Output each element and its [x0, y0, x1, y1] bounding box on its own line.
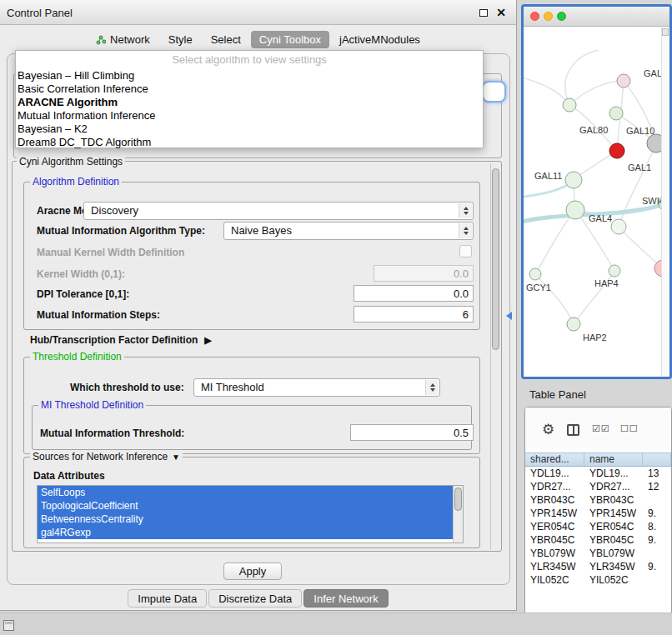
- cell[interactable]: YIL052C: [584, 573, 643, 587]
- tab-cyni-toolbox[interactable]: Cyni Toolbox: [251, 31, 329, 48]
- table-row[interactable]: YDR27...YDR27...12: [525, 480, 671, 493]
- table-row[interactable]: YLR345WYLR345W9.: [525, 560, 671, 573]
- network-node[interactable]: [617, 74, 630, 88]
- network-node[interactable]: [565, 172, 582, 188]
- network-node[interactable]: [611, 219, 626, 234]
- network-node[interactable]: [609, 107, 623, 120]
- settings-scrollbar-thumb[interactable]: [492, 168, 499, 350]
- cell[interactable]: YLR345W: [525, 560, 584, 573]
- network-node-selected[interactable]: [609, 143, 624, 158]
- table-row[interactable]: YPR145WYPR145W9.: [525, 507, 671, 520]
- float-window-icon[interactable]: [479, 9, 488, 17]
- table-row[interactable]: YBR043CYBR043C: [525, 493, 671, 507]
- network-scrollbar-thumb[interactable]: [662, 28, 669, 36]
- table-row[interactable]: YER054CYER054C8.: [525, 520, 671, 533]
- minimize-traffic-light-icon[interactable]: [544, 12, 553, 21]
- column-header[interactable]: [643, 453, 671, 466]
- mi-threshold-input[interactable]: [350, 424, 474, 441]
- network-node[interactable]: [563, 98, 576, 112]
- algorithm-combobox-fragment[interactable]: [482, 81, 506, 102]
- columns-icon[interactable]: [567, 424, 579, 436]
- table-row[interactable]: YDL19...YDL19...13: [525, 467, 671, 480]
- kernel-width-input[interactable]: [374, 265, 474, 282]
- expanded-disclosure-icon[interactable]: ▼: [172, 452, 180, 462]
- deselect-all-checkboxes-icon[interactable]: ☐☐: [620, 423, 639, 434]
- zoom-traffic-light-icon[interactable]: [557, 12, 566, 21]
- cell[interactable]: 12: [643, 480, 671, 493]
- cell[interactable]: YBR043C: [525, 493, 584, 507]
- column-header[interactable]: name: [584, 453, 643, 466]
- cell[interactable]: YBR043C: [584, 493, 643, 507]
- close-icon[interactable]: ✕: [496, 6, 506, 19]
- list-scrollbar-thumb[interactable]: [454, 488, 462, 511]
- gear-icon[interactable]: ⚙: [542, 421, 554, 438]
- tab-discretize-data[interactable]: Discretize Data: [208, 589, 302, 608]
- network-canvas[interactable]: GAL8 GAL80 GAL10 GAL11 GAL1 SWI4 GAL4 GC…: [524, 27, 669, 377]
- cell[interactable]: YBR045C: [525, 533, 584, 547]
- cell[interactable]: [643, 493, 671, 507]
- cell[interactable]: YBL079W: [584, 547, 643, 560]
- table-row[interactable]: YBL079WYBL079W: [525, 547, 671, 560]
- dropdown-item-selected[interactable]: ARACNE Algorithm: [16, 96, 483, 109]
- cell[interactable]: YPR145W: [525, 507, 584, 520]
- cell[interactable]: YDL19...: [584, 467, 643, 480]
- table-row[interactable]: YBR045CYBR045C9.: [525, 533, 671, 547]
- tab-impute-data[interactable]: Impute Data: [128, 589, 207, 608]
- dropdown-item[interactable]: Mutual Information Inference: [16, 109, 483, 122]
- hub-section-toggle[interactable]: Hub/Transcription Factor Definition▶: [30, 334, 212, 346]
- network-node[interactable]: [567, 318, 580, 331]
- mi-algorithm-type-select[interactable]: Naive Bayes: [223, 222, 474, 240]
- network-scrollbar[interactable]: [661, 27, 669, 377]
- list-item[interactable]: gal4RGexp: [38, 526, 454, 539]
- cell[interactable]: YIL052C: [525, 573, 584, 587]
- network-node[interactable]: [609, 265, 620, 277]
- cell[interactable]: YDR27...: [584, 480, 643, 493]
- dropdown-item[interactable]: Dream8 DC_TDC Algorithm: [16, 136, 483, 149]
- restore-panel-icon[interactable]: [3, 620, 14, 631]
- cell[interactable]: 13: [643, 467, 671, 480]
- manual-kernel-width-checkbox[interactable]: [459, 245, 472, 258]
- cell[interactable]: 9.: [643, 507, 671, 520]
- apply-button[interactable]: Apply: [223, 562, 282, 580]
- column-header[interactable]: shared...: [525, 453, 584, 466]
- cell[interactable]: YLR345W: [584, 560, 643, 573]
- collapsed-disclosure-icon[interactable]: ▶: [204, 335, 211, 346]
- tab-style[interactable]: Style: [160, 31, 201, 48]
- cell[interactable]: YDL19...: [525, 467, 584, 480]
- panel-splitter-arrow[interactable]: [506, 312, 512, 320]
- cell[interactable]: YDR27...: [525, 480, 584, 493]
- tab-infer-network[interactable]: Infer Network: [303, 589, 388, 608]
- network-node[interactable]: [529, 268, 541, 280]
- list-item[interactable]: BetweennessCentrality: [38, 512, 454, 526]
- select-all-checkboxes-icon[interactable]: ☑☑: [592, 423, 610, 434]
- list-scrollbar[interactable]: [453, 486, 463, 542]
- aracne-mode-select[interactable]: Discovery: [83, 202, 474, 220]
- sources-group-title[interactable]: Sources for Network Inference▼: [30, 451, 183, 462]
- cell[interactable]: 9.: [643, 560, 671, 573]
- cell[interactable]: 8.: [643, 520, 671, 533]
- network-node[interactable]: [566, 201, 584, 219]
- dpi-tolerance-input[interactable]: [354, 285, 474, 302]
- cell[interactable]: YBL079W: [525, 547, 584, 560]
- which-threshold-select[interactable]: MI Threshold: [193, 378, 440, 397]
- mi-steps-input[interactable]: [354, 306, 474, 322]
- cell[interactable]: YER054C: [584, 520, 643, 533]
- cell[interactable]: 9.: [643, 533, 671, 547]
- tab-jactivemnodules[interactable]: jActiveMNodules: [331, 31, 429, 48]
- network-window-titlebar[interactable]: [524, 7, 669, 27]
- cell[interactable]: [643, 547, 671, 560]
- settings-scrollbar[interactable]: [490, 163, 500, 549]
- dropdown-item[interactable]: Bayesian – K2: [16, 122, 483, 136]
- tab-network[interactable]: Network: [88, 31, 158, 48]
- cell[interactable]: YPR145W: [584, 507, 643, 520]
- close-traffic-light-icon[interactable]: [530, 12, 539, 21]
- table-row[interactable]: YIL052CYIL052C: [525, 573, 671, 587]
- list-item[interactable]: TopologicalCoefficient: [38, 499, 454, 512]
- list-item[interactable]: SelfLoops: [38, 486, 454, 499]
- cell[interactable]: [643, 573, 671, 587]
- dropdown-item[interactable]: Basic Correlation Inference: [16, 82, 483, 96]
- tab-select[interactable]: Select: [203, 31, 249, 48]
- cell[interactable]: YER054C: [525, 520, 584, 533]
- cell[interactable]: YBR045C: [584, 533, 643, 547]
- dropdown-item[interactable]: Bayesian – Hill Climbing: [16, 69, 483, 82]
